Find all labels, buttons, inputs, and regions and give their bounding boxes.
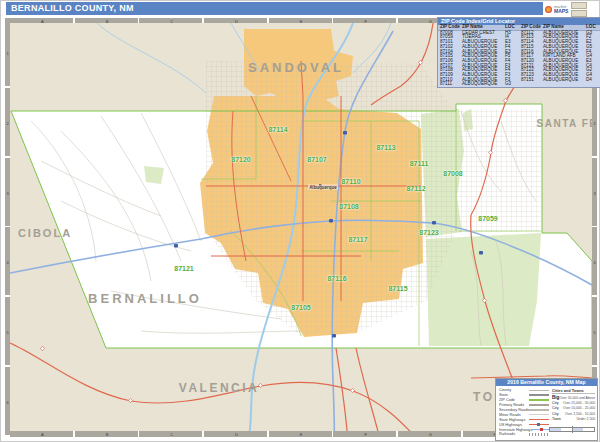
legend-swatch-icon bbox=[529, 418, 549, 422]
legend-swatch-icon bbox=[529, 423, 549, 427]
grid-coordinate: F bbox=[364, 432, 366, 437]
grid-coordinate: 5 bbox=[6, 330, 8, 335]
legend-city-row: CityOver 10,000 - 25,000 bbox=[552, 406, 595, 411]
legend-swatch-icon bbox=[529, 393, 549, 397]
grid-coordinate: E bbox=[300, 432, 303, 437]
legend-city-row: CityOver 2,500 - 10,000 bbox=[552, 411, 595, 416]
page-title: BERNALILLO COUNTY, NM bbox=[6, 2, 543, 15]
grid-coordinate: F bbox=[364, 18, 366, 23]
legend-boundary-row: Secondary Roads bbox=[499, 408, 549, 413]
logo-word-maps: MAPS bbox=[554, 9, 568, 13]
legend-boundary-row: Interstate Highways bbox=[499, 427, 549, 432]
grid-coordinate: 2 bbox=[6, 120, 8, 125]
legend-boundary-row: Primary Roads bbox=[499, 403, 549, 408]
legend-swatch-icon bbox=[529, 403, 549, 407]
grid-coordinate: G bbox=[429, 432, 432, 437]
legend-title: 2016 Bernalillo County, NM Map bbox=[496, 379, 597, 386]
logo-side-blocks bbox=[571, 2, 587, 17]
grid-ruler-left: 123456 bbox=[5, 18, 10, 437]
legend-city-row: TownUnder 2,500 bbox=[552, 417, 595, 422]
grid-coordinate: A bbox=[41, 18, 44, 23]
albuquerque-marker bbox=[319, 184, 321, 186]
grid-coordinate: A bbox=[41, 432, 44, 437]
grid-coordinate: 4 bbox=[6, 260, 8, 265]
grid-coordinate: C bbox=[170, 18, 173, 23]
legend-swatch-icon bbox=[529, 432, 549, 436]
legend-boundary-row: State Highways bbox=[499, 417, 549, 422]
grid-coordinate: 6 bbox=[6, 400, 8, 405]
grid-coordinate: 3 bbox=[593, 190, 595, 195]
legend-swatch-icon bbox=[529, 398, 549, 402]
grid-coordinate: E bbox=[300, 18, 303, 23]
grid-coordinate: D bbox=[235, 18, 238, 23]
grid-coordinate: D bbox=[235, 432, 238, 437]
grid-coordinate: 4 bbox=[593, 260, 595, 265]
logo-burst-icon bbox=[545, 6, 552, 13]
legend-boundaries: CountyStateZIP CodePrimary RoadsSecondar… bbox=[499, 388, 549, 437]
grid-coordinate: B bbox=[106, 432, 109, 437]
grid-coordinate: 5 bbox=[593, 330, 595, 335]
map-sheet: BERNALILLO COUNTY, NM market MAPS ABCDEF… bbox=[0, 0, 600, 442]
grid-coordinate: C bbox=[170, 432, 173, 437]
zip-table-row: 87111ALBUQUERQUEG3 bbox=[438, 82, 519, 87]
legend-swatch-icon bbox=[529, 413, 549, 417]
grid-coordinate: G bbox=[429, 18, 432, 23]
legend-swatch-icon bbox=[529, 408, 549, 412]
grid-coordinate: 1 bbox=[6, 50, 8, 55]
legend-city-row: CityOver 25,000 - 50,000 bbox=[552, 400, 595, 405]
legend-city-row: BigOver 50,000 and Above bbox=[552, 395, 595, 400]
scale-bar bbox=[549, 427, 595, 432]
legend-boundary-row: Railroads bbox=[499, 432, 549, 437]
grid-coordinate: 2 bbox=[593, 120, 595, 125]
grid-coordinate: 3 bbox=[6, 190, 8, 195]
map-legend: 2016 Bernalillo County, NM Map CountySta… bbox=[495, 378, 598, 441]
zip-table-row: 87151ALBUQUERQUED4 bbox=[519, 78, 600, 83]
legend-cities-header: Cities and Towns bbox=[552, 388, 595, 394]
grid-coordinate: B bbox=[106, 18, 109, 23]
legend-swatch-icon bbox=[529, 388, 549, 392]
zip-index-table: ZIP Code Index/Grid Locator ZIP Code ZIP… bbox=[437, 17, 600, 88]
marketmaps-logo: market MAPS bbox=[544, 1, 599, 17]
